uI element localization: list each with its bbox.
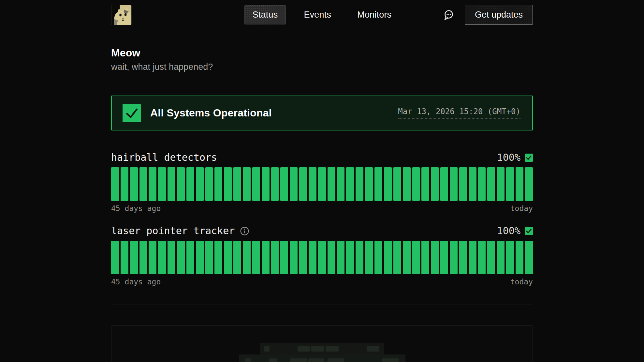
- uptime-bar[interactable]: [469, 241, 476, 274]
- uptime-bar[interactable]: [328, 167, 335, 201]
- uptime-bar[interactable]: [280, 167, 288, 201]
- uptime-bar[interactable]: [309, 167, 316, 201]
- uptime-bar[interactable]: [205, 241, 213, 274]
- uptime-bar[interactable]: [214, 241, 222, 274]
- uptime-bar[interactable]: [487, 167, 495, 201]
- uptime-bar[interactable]: [196, 167, 204, 201]
- chat-bubble-icon[interactable]: [443, 9, 454, 21]
- uptime-bar[interactable]: [233, 167, 241, 201]
- uptime-bar[interactable]: [149, 167, 156, 201]
- uptime-bar[interactable]: [459, 241, 467, 274]
- preview-page-graphic: [239, 354, 405, 362]
- uptime-bar[interactable]: [421, 241, 429, 274]
- uptime-bar[interactable]: [318, 167, 326, 201]
- nav-tab-monitors[interactable]: Monitors: [349, 5, 400, 24]
- uptime-bar[interactable]: [346, 241, 354, 274]
- uptime-bar[interactable]: [205, 167, 213, 201]
- uptime-bar[interactable]: [290, 241, 298, 274]
- uptime-bar[interactable]: [280, 241, 288, 274]
- uptime-bar[interactable]: [121, 241, 128, 274]
- uptime-bar[interactable]: [459, 167, 467, 201]
- uptime-bar[interactable]: [431, 241, 439, 274]
- uptime-bar[interactable]: [299, 167, 307, 201]
- uptime-bar[interactable]: [403, 241, 411, 274]
- uptime-bar[interactable]: [356, 167, 363, 201]
- uptime-bar[interactable]: [111, 167, 119, 201]
- uptime-bar[interactable]: [168, 167, 175, 201]
- uptime-bar[interactable]: [497, 167, 505, 201]
- nav-tab-events[interactable]: Events: [296, 5, 339, 24]
- uptime-bar[interactable]: [374, 241, 382, 274]
- uptime-bar[interactable]: [158, 241, 166, 274]
- uptime-bar[interactable]: [271, 167, 279, 201]
- uptime-bar[interactable]: [478, 241, 486, 274]
- uptime-bar[interactable]: [356, 241, 363, 274]
- uptime-bar[interactable]: [252, 241, 260, 274]
- uptime-bar[interactable]: [318, 241, 326, 274]
- uptime-bar[interactable]: [403, 167, 411, 201]
- uptime-bar[interactable]: [149, 241, 156, 274]
- uptime-bar[interactable]: [421, 167, 429, 201]
- uptime-bar[interactable]: [177, 241, 185, 274]
- uptime-bar[interactable]: [506, 241, 514, 274]
- uptime-bar[interactable]: [271, 241, 279, 274]
- uptime-bar[interactable]: [214, 167, 222, 201]
- operational-check-icon: [525, 227, 533, 235]
- uptime-bar[interactable]: [224, 167, 232, 201]
- uptime-bar[interactable]: [130, 241, 138, 274]
- uptime-bar[interactable]: [262, 241, 270, 274]
- uptime-bar[interactable]: [525, 241, 533, 274]
- uptime-bar[interactable]: [374, 167, 382, 201]
- uptime-bar[interactable]: [328, 241, 335, 274]
- uptime-bar[interactable]: [365, 167, 373, 201]
- uptime-bar[interactable]: [506, 167, 514, 201]
- status-timestamp[interactable]: Mar 13, 2026 15:20 (GMT+0): [398, 107, 520, 119]
- uptime-bar[interactable]: [440, 241, 448, 274]
- info-icon[interactable]: [240, 226, 249, 236]
- uptime-bar[interactable]: [384, 241, 392, 274]
- uptime-bar[interactable]: [337, 241, 345, 274]
- uptime-bar[interactable]: [450, 167, 458, 201]
- uptime-bar[interactable]: [309, 241, 316, 274]
- uptime-bar[interactable]: [243, 167, 251, 201]
- uptime-bar[interactable]: [412, 167, 420, 201]
- uptime-bar[interactable]: [121, 167, 128, 201]
- uptime-bar[interactable]: [450, 241, 458, 274]
- uptime-bar[interactable]: [516, 241, 523, 274]
- nav-tab-status[interactable]: Status: [244, 5, 286, 24]
- uptime-bar[interactable]: [168, 241, 175, 274]
- uptime-bar[interactable]: [337, 167, 345, 201]
- uptime-bar[interactable]: [243, 241, 251, 274]
- uptime-bar[interactable]: [365, 241, 373, 274]
- uptime-bar[interactable]: [224, 241, 232, 274]
- uptime-bar[interactable]: [186, 167, 194, 201]
- uptime-bar[interactable]: [139, 167, 147, 201]
- site-logo-cat[interactable]: [111, 5, 132, 25]
- uptime-bar[interactable]: [346, 167, 354, 201]
- uptime-bar[interactable]: [478, 167, 486, 201]
- uptime-bar[interactable]: [525, 167, 533, 201]
- uptime-bar[interactable]: [130, 167, 138, 201]
- uptime-bar[interactable]: [412, 241, 420, 274]
- uptime-bar[interactable]: [299, 241, 307, 274]
- uptime-bar[interactable]: [431, 167, 439, 201]
- uptime-bar[interactable]: [487, 241, 495, 274]
- uptime-bar[interactable]: [497, 241, 505, 274]
- uptime-bar[interactable]: [290, 167, 298, 201]
- uptime-bar[interactable]: [393, 167, 401, 201]
- uptime-bar[interactable]: [177, 167, 185, 201]
- uptime-bar[interactable]: [158, 167, 166, 201]
- uptime-bar[interactable]: [440, 167, 448, 201]
- uptime-bar[interactable]: [516, 167, 523, 201]
- uptime-bar[interactable]: [469, 167, 476, 201]
- uptime-bar[interactable]: [186, 241, 194, 274]
- uptime-bar[interactable]: [252, 167, 260, 201]
- uptime-bar[interactable]: [111, 241, 119, 274]
- uptime-bar[interactable]: [384, 167, 392, 201]
- uptime-bar[interactable]: [262, 167, 270, 201]
- uptime-bar[interactable]: [393, 241, 401, 274]
- uptime-bar[interactable]: [139, 241, 147, 274]
- uptime-bar[interactable]: [233, 241, 241, 274]
- uptime-bar[interactable]: [196, 241, 204, 274]
- get-updates-button[interactable]: Get updates: [465, 5, 533, 25]
